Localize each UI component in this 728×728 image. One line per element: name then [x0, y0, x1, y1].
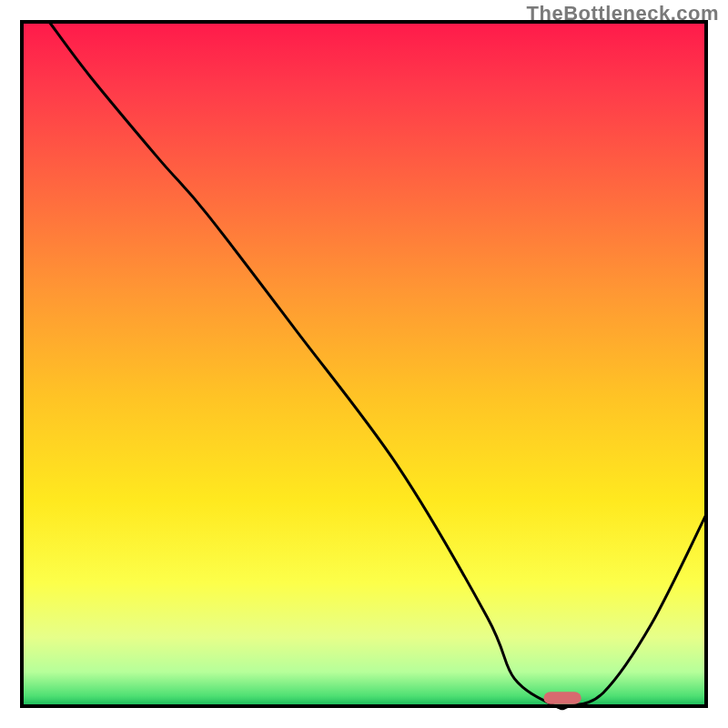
- gradient-background: [22, 22, 706, 706]
- optimal-marker: [543, 692, 581, 704]
- chart-canvas: TheBottleneck.com: [0, 0, 728, 728]
- bottleneck-chart: [0, 0, 728, 728]
